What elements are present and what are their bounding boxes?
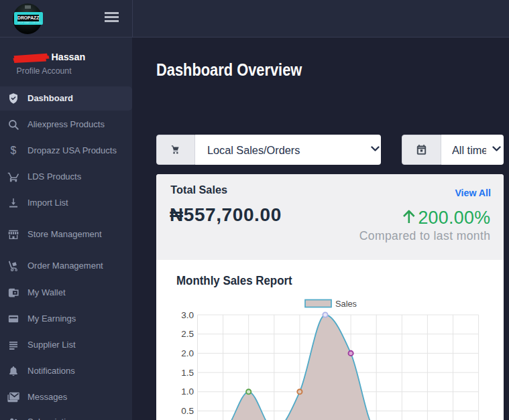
- svg-text:Sales: Sales: [335, 299, 357, 309]
- svg-text:3.0: 3.0: [181, 310, 194, 320]
- svg-text:0.5: 0.5: [181, 406, 194, 416]
- svg-text:2.5: 2.5: [181, 329, 194, 339]
- svg-text:$: $: [11, 145, 17, 156]
- svg-text:1.0: 1.0: [181, 387, 194, 397]
- svg-text:1.5: 1.5: [181, 368, 194, 378]
- svg-text:2.0: 2.0: [181, 348, 194, 358]
